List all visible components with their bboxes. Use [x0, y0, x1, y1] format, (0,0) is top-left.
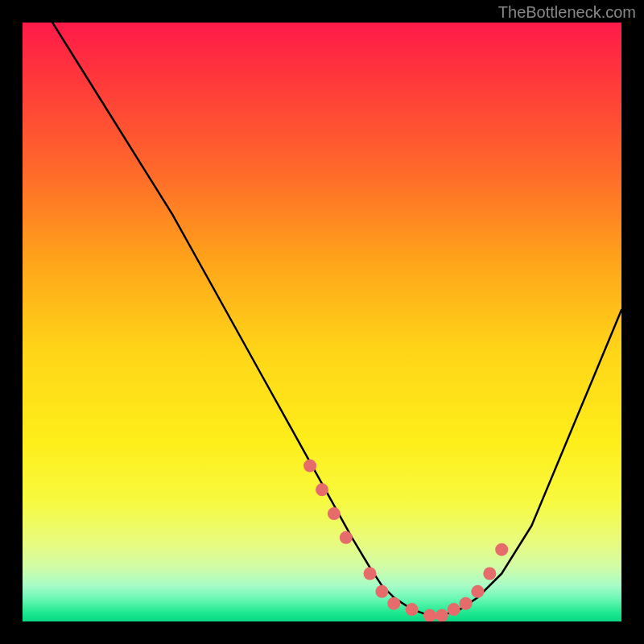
- curve-marker: [471, 585, 484, 598]
- bottleneck-curve: [52, 23, 621, 616]
- curve-layer: [23, 23, 621, 621]
- curve-marker: [423, 609, 436, 621]
- curve-marker: [448, 603, 460, 616]
- curve-marker: [483, 568, 496, 580]
- curve-marker: [436, 609, 448, 621]
- curve-marker: [375, 585, 388, 598]
- curve-marker: [303, 460, 316, 473]
- curve-marker: [364, 568, 377, 580]
- curve-marker: [328, 507, 341, 520]
- plot-area: [23, 23, 621, 621]
- curve-markers: [303, 460, 508, 621]
- curve-marker: [406, 603, 419, 616]
- curve-marker: [340, 531, 353, 544]
- bottleneck-curve-path: [52, 23, 621, 616]
- chart-container: TheBottleneck.com: [0, 0, 644, 644]
- attribution-text: TheBottleneck.com: [498, 3, 636, 22]
- curve-marker: [387, 597, 400, 610]
- curve-marker: [460, 597, 473, 610]
- curve-marker: [316, 483, 328, 496]
- curve-marker: [495, 543, 508, 556]
